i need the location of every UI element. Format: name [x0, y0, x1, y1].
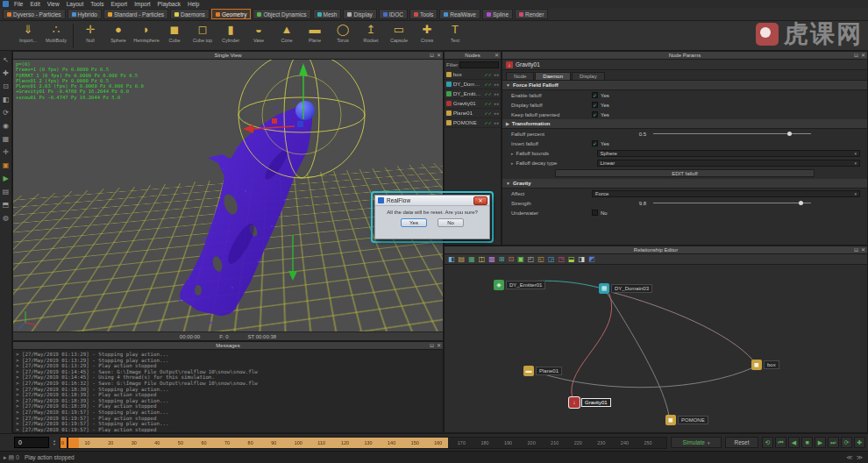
- menu-item-layout[interactable]: Layout: [67, 1, 84, 7]
- rel-toolbar-icon-2[interactable]: ▦: [468, 256, 475, 263]
- transport-button-2[interactable]: ◀: [788, 437, 800, 448]
- node-toggle-icons[interactable]: ✓✓: [485, 110, 492, 116]
- node-toggle-icons[interactable]: ✓✓: [485, 120, 492, 125]
- shelf-tab-render[interactable]: Render: [515, 9, 548, 19]
- yes-button[interactable]: Yes: [401, 218, 427, 227]
- tool-button-null[interactable]: ✛Null: [76, 23, 104, 43]
- slider-value[interactable]: 0.5: [592, 132, 646, 137]
- tool-button-text[interactable]: TText: [441, 23, 469, 43]
- close-icon[interactable]: ✕: [437, 342, 441, 350]
- affect-dropdown[interactable]: Force ▾: [592, 190, 860, 197]
- node-state-dots[interactable]: ●●: [494, 120, 499, 125]
- left-tool-icon-11[interactable]: ⬒: [3, 202, 10, 209]
- graph-node-dy_emitter01[interactable]: ◈DY_Emitter01: [494, 280, 545, 290]
- section-gravity[interactable]: ▼ Gravity: [502, 179, 867, 189]
- tool-button-cube-top[interactable]: ◻Cube top: [189, 23, 217, 43]
- shelf-tab-realwave[interactable]: RealWave: [439, 9, 480, 19]
- shelf-tab-object-dynamics[interactable]: Object Dynamics: [253, 9, 310, 19]
- slider-track[interactable]: [653, 133, 811, 134]
- dock-arrow-icon[interactable]: ≪: [846, 454, 852, 461]
- shelf-tab-idoc[interactable]: IDOC: [379, 9, 408, 19]
- maximize-icon[interactable]: ⊡: [854, 52, 858, 60]
- transport-button-4[interactable]: ▶: [815, 437, 826, 448]
- tool-button-capsule[interactable]: ▭Capsule: [385, 23, 413, 43]
- node-toggle-icons[interactable]: ✓✓: [485, 72, 492, 77]
- checkbox[interactable]: ✓: [592, 140, 598, 146]
- shelf-tab-standard-particles[interactable]: Standard - Particles: [103, 9, 168, 19]
- left-tool-icon-2[interactable]: ⊡: [3, 83, 9, 90]
- transport-button-0[interactable]: ⟲: [762, 437, 773, 448]
- left-tool-icon-8[interactable]: ▣: [3, 162, 10, 169]
- node-row-plane01[interactable]: Plane01✓✓●●: [445, 109, 501, 118]
- rel-toolbar-icon-4[interactable]: ▩: [488, 256, 495, 263]
- tool-button-plane[interactable]: ▬Plane: [301, 23, 329, 43]
- shelf-tab-daemons[interactable]: Daemons: [170, 9, 210, 19]
- slider-value[interactable]: 9.8: [592, 201, 646, 206]
- node-row-dy_domain03[interactable]: DY_Domain03✓✓●●: [445, 80, 501, 89]
- left-tool-icon-10[interactable]: ▤: [3, 189, 10, 196]
- falloff-bounds-dropdown[interactable]: Sphere ▾: [597, 150, 860, 157]
- close-icon[interactable]: ✕: [494, 52, 499, 60]
- rel-toolbar-icon-3[interactable]: ◫: [479, 256, 486, 263]
- node-row-pomone[interactable]: POMONE✓✓●●: [445, 118, 501, 128]
- expand-icon[interactable]: ▸: [511, 151, 514, 156]
- left-tool-icon-3[interactable]: ◧: [3, 96, 10, 103]
- checkbox[interactable]: ✓: [592, 102, 598, 108]
- edit-falloff-button[interactable]: EDIT falloff: [555, 169, 815, 177]
- graph-node-box[interactable]: ◼box: [751, 360, 779, 370]
- graph-node-pomone[interactable]: ◼POMONE: [665, 415, 708, 425]
- falloff-decay-dropdown[interactable]: Linear ▾: [597, 160, 860, 167]
- left-tool-icon-1[interactable]: ✚: [3, 70, 9, 77]
- section-transformation[interactable]: ▶ Transformation: [502, 119, 867, 129]
- tool-button-hemisphere[interactable]: ◗Hemisphere: [132, 23, 160, 43]
- checkbox[interactable]: ✓: [592, 111, 598, 118]
- checkbox[interactable]: ✓: [592, 210, 598, 216]
- graph-node-dy_domain03[interactable]: ▦DY_Domain03: [599, 283, 652, 294]
- slider-knob[interactable]: [787, 132, 792, 136]
- shelf-tab-mesh[interactable]: Mesh: [313, 9, 342, 19]
- node-row-dy_emitter01[interactable]: DY_Emitter01✓✓●●: [445, 89, 501, 99]
- menu-item-edit[interactable]: Edit: [30, 1, 39, 7]
- rel-toolbar-icon-13[interactable]: ◨: [579, 256, 586, 263]
- status-mini-icon[interactable]: ▤: [8, 454, 16, 460]
- shelf-tab-spline[interactable]: Spline: [482, 9, 513, 19]
- menu-item-export[interactable]: Export: [110, 1, 127, 7]
- tool-button-multibody[interactable]: ∴MultiBody: [42, 23, 70, 43]
- shelf-tab-geometry[interactable]: Geometry: [211, 9, 252, 19]
- tool-button-cone[interactable]: ▲Cone: [273, 23, 301, 43]
- status-mini-icon[interactable]: 0: [16, 454, 19, 460]
- menu-item-playback[interactable]: Playback: [158, 1, 181, 7]
- left-tool-icon-4[interactable]: ⟳: [3, 110, 9, 117]
- rel-toolbar-icon-5[interactable]: ⊞: [499, 256, 505, 263]
- tool-button-rocket[interactable]: ↥Rocket: [357, 23, 385, 43]
- node-state-dots[interactable]: ●●: [494, 72, 499, 77]
- transport-button-3[interactable]: ■: [801, 437, 813, 448]
- rel-toolbar-icon-14[interactable]: ◩: [588, 256, 595, 263]
- shelf-tab-hybrido[interactable]: Hybrido: [68, 9, 102, 19]
- node-toggle-icons[interactable]: ✓✓: [485, 82, 492, 87]
- slider-knob[interactable]: [799, 201, 803, 205]
- tool-button-cube[interactable]: ◼Cube: [160, 23, 189, 43]
- transport-button-5[interactable]: ⏭: [828, 437, 839, 448]
- node-row-box[interactable]: box✓✓●●: [445, 70, 501, 80]
- close-icon[interactable]: ✕: [437, 52, 441, 60]
- transport-button-6[interactable]: ⟳: [841, 437, 852, 448]
- left-tool-icon-12[interactable]: ◍: [3, 215, 9, 222]
- tool-button-cross[interactable]: ✚Cross: [413, 23, 441, 43]
- tab-node[interactable]: Node: [506, 72, 534, 80]
- menu-item-view[interactable]: View: [47, 1, 60, 7]
- rel-toolbar-icon-11[interactable]: ◳: [558, 256, 565, 263]
- no-button[interactable]: No: [438, 218, 464, 227]
- rel-toolbar-icon-7[interactable]: ▣: [517, 256, 524, 263]
- left-tool-icon-0[interactable]: ↖: [3, 57, 9, 64]
- tab-daemon[interactable]: Daemon: [535, 72, 571, 80]
- tool-button-cylinder[interactable]: ▮Cylinder: [217, 23, 245, 43]
- expand-icon[interactable]: ▸: [511, 160, 514, 166]
- dialog-title-bar[interactable]: RealFlow ✕: [375, 196, 489, 206]
- node-state-dots[interactable]: ●●: [494, 91, 499, 96]
- node-row-gravity01[interactable]: Gravity01✓✓●●: [445, 99, 501, 109]
- maximize-icon[interactable]: ⊡: [430, 52, 434, 60]
- menu-item-help[interactable]: Help: [188, 1, 199, 7]
- shelf-tab-tools[interactable]: Tools: [409, 9, 438, 19]
- rel-toolbar-icon-1[interactable]: ▤: [459, 256, 466, 263]
